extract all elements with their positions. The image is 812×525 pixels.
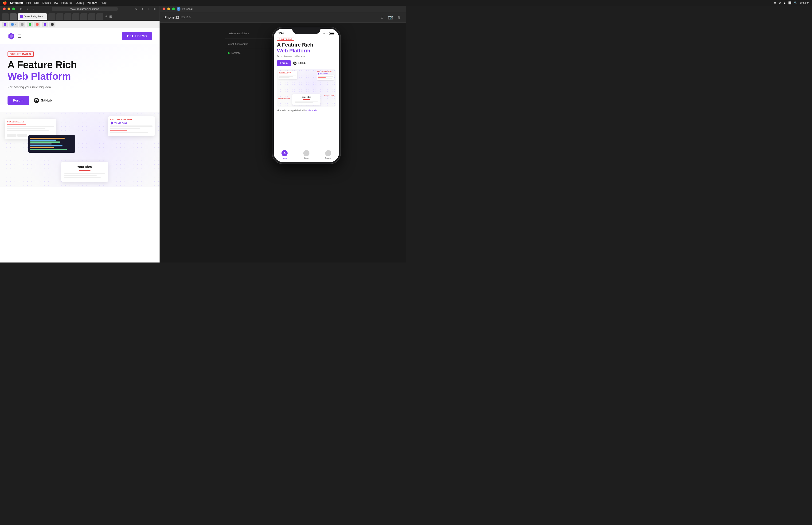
sim-maximize-button[interactable] <box>172 7 175 10</box>
personal-header: i Personal <box>160 6 406 12</box>
iphone-tab-forum[interactable]: Forum <box>325 150 331 159</box>
iphone-tab-blog[interactable]: Blog <box>303 150 309 159</box>
dashboard-preview: MANAGE EMAILS BUILD YOUR WEBSITE <box>0 111 159 187</box>
github-label: GitHub <box>41 99 52 102</box>
iphone-vr-text: VIOLET RAILS <box>320 73 328 74</box>
menu-simulator[interactable]: Simulator <box>10 1 23 4</box>
menu-device[interactable]: Device <box>42 1 51 4</box>
hero-title-line2: Web Platform <box>7 71 152 82</box>
forward-icon[interactable]: › <box>31 6 36 11</box>
home-icon[interactable]: ⌂ <box>379 14 385 21</box>
macos-menu-bar: 🍎 Simulator File Edit Device I/O Feature… <box>0 0 406 6</box>
browser-tab-empty5[interactable] <box>64 13 72 20</box>
sim-status: Fantastic <box>225 51 272 55</box>
iphone-github-button[interactable]: GitHub <box>293 62 305 65</box>
menu-file[interactable]: File <box>26 1 31 4</box>
browser-tab-empty3[interactable] <box>48 13 56 20</box>
sim-url: restarone.solutions <box>228 32 249 35</box>
maximize-button[interactable] <box>12 7 15 10</box>
iphone-manage-emails-card: MANAGE EMAILS <box>278 71 297 79</box>
browser-tab-empty4[interactable] <box>56 13 63 20</box>
your-idea-title: Your Idea <box>64 165 105 169</box>
iphone-bw-row-red <box>318 77 326 78</box>
hero-buttons: Forum GitHub <box>7 96 152 105</box>
hamburger-icon[interactable]: ☰ <box>17 34 21 39</box>
bookmark-item-5[interactable] <box>34 22 41 27</box>
menu-io[interactable]: I/O <box>54 1 58 4</box>
iphone-forum-button[interactable]: Forum <box>277 60 291 66</box>
vr-badge-small: VIOLET RAILS <box>110 121 153 124</box>
apple-menu[interactable]: 🍎 <box>3 1 7 5</box>
forum-tab-label: Forum <box>325 157 331 159</box>
iphone-time: 1:46 <box>278 31 284 35</box>
code-line-2 <box>30 139 56 141</box>
bookmark-item-6[interactable] <box>42 22 48 27</box>
get-demo-button[interactable]: GET A DEMO <box>122 32 152 40</box>
iphone-card-red-1 <box>279 74 288 74</box>
tab-add-button[interactable]: + <box>105 14 107 18</box>
forum-button[interactable]: Forum <box>7 96 29 105</box>
browser-tab-empty7[interactable] <box>80 13 88 20</box>
screenshot-icon[interactable]: 📷 <box>387 14 394 21</box>
sim-admin-url: ie.solutions/admin <box>228 43 248 45</box>
bookmark-item-4[interactable] <box>27 22 33 27</box>
grid-icon[interactable]: ⊞ <box>152 6 157 11</box>
browser-tab-empty2[interactable] <box>10 13 17 20</box>
tab-label: Violet Rails, the a... <box>25 15 45 18</box>
blog-tab-icon <box>303 150 309 156</box>
home-tab-label: Home <box>282 157 287 159</box>
bw-card-row-2 <box>110 127 140 129</box>
share-icon[interactable]: ⬆ <box>140 6 144 11</box>
bookmark-item-1[interactable] <box>2 22 8 27</box>
reload-icon[interactable]: ↻ <box>134 6 138 11</box>
iphone-status-icons: ··· ▲ <box>323 32 334 35</box>
iphone-dashboard: MANAGE EMAILS BUILD YOUR WEBSITE <box>277 69 336 107</box>
bookmark-label-2: V <box>15 23 16 26</box>
browser-window: ⊞ ‹ › violet.restarone.solutions ↻ ⬆ + ⊞… <box>0 6 160 262</box>
browser-tab-empty9[interactable] <box>96 13 103 20</box>
address-bar[interactable]: violet.restarone.solutions <box>52 7 118 11</box>
browser-tab-empty[interactable] <box>2 13 9 20</box>
nav-icons: ⊞ ‹ › <box>19 6 36 11</box>
iphone-tab-home[interactable]: Home <box>281 150 288 159</box>
bookmark-item-7[interactable] <box>49 22 56 27</box>
built-with-link[interactable]: Violet Rails <box>306 109 317 111</box>
menu-edit[interactable]: Edit <box>34 1 39 4</box>
build-website-label: BUILD YOUR WEBSITE <box>110 119 153 120</box>
browser-tab-empty6[interactable] <box>72 13 79 20</box>
sim-close-button[interactable] <box>163 7 165 10</box>
bookmark-item-2[interactable]: V <box>10 22 18 27</box>
sim-minimize-button[interactable] <box>167 7 170 10</box>
record-icon[interactable]: ⊕ <box>396 14 402 21</box>
iphone-bw-row-1 <box>318 76 333 77</box>
iphone-vr-diamond <box>318 73 319 75</box>
iphone-screen: 1:46 ··· ▲ VIOLET RAILS A Feature Rich <box>274 29 339 162</box>
device-select[interactable]: iPhone 12 iOS 15.0 <box>164 15 190 19</box>
browser-tab-active[interactable]: Violet Rails, the a... <box>18 13 47 20</box>
violet-rails-badge: VIOLET RAILS <box>7 51 34 57</box>
tab-favicon <box>20 15 23 18</box>
menu-debug[interactable]: Debug <box>76 1 84 4</box>
bw-card-row-1 <box>110 125 153 127</box>
github-icon <box>34 98 39 103</box>
menu-help[interactable]: Help <box>101 1 107 4</box>
minimize-button[interactable] <box>7 7 10 10</box>
new-tab-icon[interactable]: + <box>146 6 151 11</box>
menu-window[interactable]: Window <box>88 1 97 4</box>
back-icon[interactable]: ‹ <box>25 6 30 11</box>
github-button[interactable]: GitHub <box>34 98 52 103</box>
bw-card-row-red <box>110 130 127 131</box>
menu-features[interactable]: Features <box>61 1 72 4</box>
close-button[interactable] <box>3 7 6 10</box>
iphone-manage-label: MANAGE EMAILS <box>279 72 296 73</box>
bookmark-item-3[interactable] <box>19 22 25 27</box>
card-btn-1 <box>7 134 16 137</box>
browser-tab-empty8[interactable] <box>88 13 95 20</box>
iphone-bw-row-2 <box>318 78 332 79</box>
iphone-hero-line1: A Feature Rich <box>277 42 336 48</box>
sidebar-toggle-icon[interactable]: ⊞ <box>19 6 24 11</box>
bookmark-icon-6 <box>44 23 46 26</box>
iphone-card-row-2 <box>279 76 293 77</box>
forum-tab-icon <box>325 150 331 156</box>
tab-grid-button[interactable]: ⊞ <box>109 15 112 18</box>
